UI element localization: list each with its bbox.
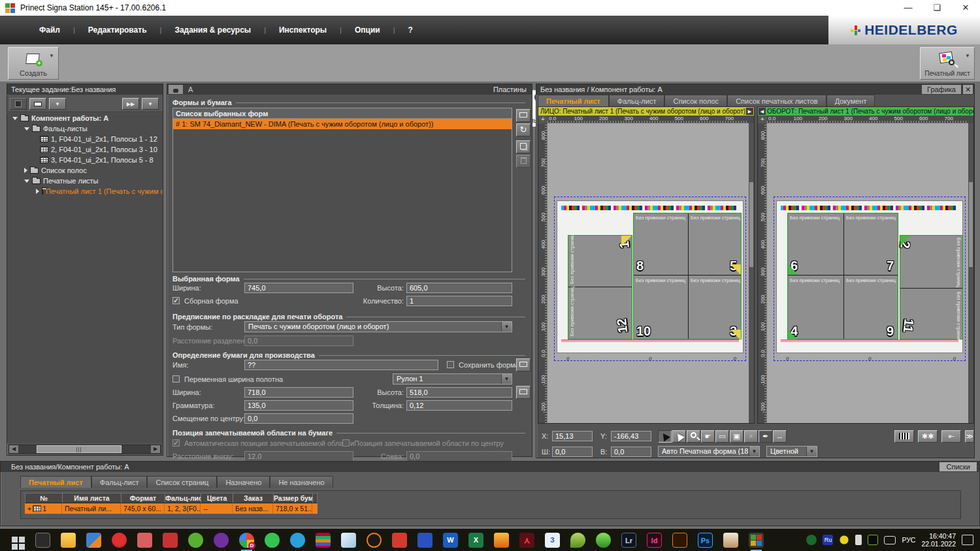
whatsapp-icon[interactable] xyxy=(265,533,280,548)
col-format[interactable]: Формат xyxy=(122,494,165,503)
expanded-icon[interactable] xyxy=(24,127,29,131)
y-field[interactable]: -166,43 xyxy=(611,431,651,441)
tab-unassigned[interactable]: Не назначено xyxy=(270,476,333,488)
close-button[interactable]: ✕ xyxy=(951,0,980,16)
chevron-down-icon[interactable]: ▼ xyxy=(965,53,970,59)
antivirus-shield-icon[interactable] xyxy=(806,535,817,545)
form-height-field[interactable]: 605,0 xyxy=(406,283,512,293)
expand-row-icon[interactable]: + xyxy=(27,503,31,514)
tree-item-fold-sheets[interactable]: Фальц-листы xyxy=(7,123,163,134)
chevron-down-icon[interactable]: ▼ xyxy=(749,447,759,456)
notification-center-icon[interactable] xyxy=(962,535,973,545)
tab-assigned[interactable]: Назначено xyxy=(217,476,270,488)
ms-excel-icon[interactable]: X xyxy=(468,533,483,548)
tab-pages-list[interactable]: Список страниц xyxy=(147,476,217,488)
col-fold-sheet[interactable]: Фальц-лист xyxy=(165,494,201,503)
assign-press-icon[interactable] xyxy=(516,109,531,122)
paper-width-field[interactable]: 718,0 xyxy=(244,387,353,398)
tab-press-sheet[interactable]: Печатный лист xyxy=(538,95,609,106)
tree-item-page-list[interactable]: Список полос xyxy=(7,165,163,176)
keyboard-language[interactable]: РУС xyxy=(902,536,915,544)
chrome-profile-icon[interactable]: D xyxy=(239,533,254,548)
tab-press-sheet-list[interactable]: Печатный лист xyxy=(20,476,91,488)
thickness-field[interactable]: 0,12 xyxy=(406,400,512,411)
start-button[interactable] xyxy=(7,533,25,548)
back-page-grid[interactable]: Без привязки страниц Без привязки страни… xyxy=(787,213,898,339)
center-offset-field[interactable]: 0,0 xyxy=(244,413,353,424)
backup-app-icon[interactable] xyxy=(417,533,433,548)
tree-options-dropdown[interactable]: ▼ xyxy=(49,98,66,110)
menu-file[interactable]: Файл xyxy=(26,25,73,35)
menu-options[interactable]: Опции xyxy=(342,25,393,35)
chevron-down-icon[interactable]: ▼ xyxy=(49,53,54,59)
tree-item-press-sheet-1[interactable]: Печатный лист 1 (Печать с чужим оборотом xyxy=(7,186,163,197)
calculator-app-icon[interactable] xyxy=(137,533,152,548)
punto-switcher-icon[interactable]: Ru xyxy=(823,535,833,545)
col-sheet-name[interactable]: Имя листа xyxy=(63,494,122,503)
front-vertical-scrollbar[interactable] xyxy=(749,123,754,423)
usb-device-icon[interactable] xyxy=(855,535,862,545)
winrar-icon[interactable] xyxy=(316,533,331,548)
select-tool-icon[interactable] xyxy=(658,430,672,443)
delete-form-icon[interactable] xyxy=(516,155,531,168)
camera-app-icon[interactable] xyxy=(392,533,407,548)
image-viewer-icon[interactable] xyxy=(494,533,509,548)
menu-jobs-resources[interactable]: Задания & ресурсы xyxy=(161,25,264,35)
x-field[interactable]: 15,13 xyxy=(552,431,593,441)
chevron-down-icon[interactable]: ▼ xyxy=(501,322,512,332)
collapse-all-button[interactable]: ▼ xyxy=(142,98,159,110)
zoom-level-dropdown[interactable]: Авто Печатная форма (18 %)▼ xyxy=(658,446,760,457)
gnome-app-icon[interactable] xyxy=(163,533,178,548)
tree-item-sheet-1[interactable]: 1, F04-01_ui_2x1, Полосы 1 - 12 xyxy=(7,134,163,144)
paper-catalog-icon[interactable] xyxy=(516,358,531,371)
tray-app-icon[interactable] xyxy=(839,535,849,545)
graphics-button[interactable]: Графика xyxy=(922,85,961,94)
width-status-field[interactable]: 0,0 xyxy=(552,447,593,457)
direct-select-tool-icon[interactable] xyxy=(672,430,686,443)
tree-item-press-sheets[interactable]: Печатные листы xyxy=(7,176,163,186)
front-page-grid[interactable]: Без привязки страниц Без привязки страни… xyxy=(633,213,742,339)
ink-zone-tool-icon[interactable]: ✒ xyxy=(759,430,772,443)
height-status-field[interactable]: 0,0 xyxy=(611,447,651,457)
color-mode-dropdown[interactable]: Цветной▼ xyxy=(766,446,817,457)
close-panel-icon[interactable]: ✕ xyxy=(963,85,973,94)
tab-fold-sheet[interactable]: Фальц-лист xyxy=(609,95,665,106)
delete-tool-icon[interactable]: × xyxy=(744,430,758,443)
roll-dropdown[interactable]: Рулон 1▼ xyxy=(393,373,512,385)
tree-item-sheet-3[interactable]: 3, F04-01_ui_2x1, Полосы 5 - 8 xyxy=(7,155,163,165)
task-view-icon[interactable] xyxy=(35,533,50,548)
acrobat-icon[interactable]: ⋏ xyxy=(519,533,534,548)
utorrent-icon[interactable] xyxy=(188,533,203,548)
illustrator-icon[interactable] xyxy=(672,533,687,548)
menu-inspectors[interactable]: Инспекторы xyxy=(266,25,340,35)
snagit-icon[interactable] xyxy=(596,533,611,548)
vmware-icon[interactable] xyxy=(86,533,101,548)
paper-name-field[interactable]: ?? xyxy=(244,360,438,370)
paper-size-catalog-icon[interactable] xyxy=(516,386,531,399)
minimize-button[interactable]: — xyxy=(894,0,923,16)
col-colors[interactable]: Цвета xyxy=(201,494,233,503)
painter-app-icon[interactable] xyxy=(723,533,738,548)
variable-web-width-checkbox[interactable] xyxy=(172,375,180,383)
app-3-icon[interactable]: 3 xyxy=(545,533,560,548)
table-row[interactable]: +1 Печатный ли... 745,0 x 60... 1, 2, 3(… xyxy=(25,503,318,514)
tree-horizontal-scrollbar[interactable]: ◀ ▶ xyxy=(8,445,161,454)
chevron-down-icon[interactable]: ▼ xyxy=(806,447,817,456)
chevron-down-icon[interactable]: ▼ xyxy=(501,374,512,384)
front-canvas[interactable]: Без привязки страниц Без привязки страни… xyxy=(547,123,749,423)
photoshop-icon[interactable]: Ps xyxy=(698,533,713,548)
collapsed-icon[interactable] xyxy=(24,168,27,173)
print-sheet-button[interactable]: ▼ Печатный лист xyxy=(920,47,975,80)
refresh-icon[interactable]: ↻ xyxy=(516,123,531,136)
lists-button[interactable]: Списки xyxy=(939,462,977,471)
collapsed-icon[interactable] xyxy=(36,189,39,194)
gears-icon[interactable]: ✱✱ xyxy=(918,430,938,443)
scrollbar-thumb[interactable] xyxy=(749,182,753,267)
tab-document[interactable]: Документ xyxy=(826,95,875,106)
col-paper-size[interactable]: Размер бум... xyxy=(274,494,313,503)
back-canvas[interactable]: Без привязки страниц Без привязки страни… xyxy=(767,123,968,423)
scroll-right-icon[interactable]: ▶ xyxy=(151,445,160,453)
maximize-button[interactable]: ❏ xyxy=(923,0,951,16)
selected-form-row[interactable]: # 1: SM 74_Diamant_NEW - DIMA (Печать с … xyxy=(173,119,512,129)
clock[interactable]: 16:40:47 22.01.2022 xyxy=(921,532,956,548)
